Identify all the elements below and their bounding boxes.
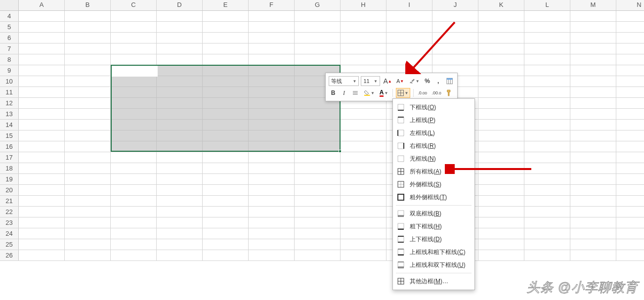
cell[interactable] — [157, 120, 203, 130]
cell[interactable] — [570, 130, 616, 141]
cell[interactable] — [19, 174, 65, 184]
cell[interactable] — [111, 217, 157, 228]
cell[interactable] — [19, 217, 65, 228]
cell[interactable] — [432, 54, 478, 65]
cell[interactable] — [65, 33, 111, 43]
italic-button[interactable]: I — [340, 88, 348, 98]
column-header[interactable]: L — [524, 0, 570, 10]
cell[interactable] — [203, 196, 249, 206]
cell[interactable] — [157, 43, 203, 54]
column-header[interactable]: N — [616, 0, 644, 10]
cell[interactable] — [570, 22, 616, 32]
cell[interactable] — [432, 22, 478, 32]
cell[interactable] — [478, 11, 524, 21]
cell[interactable] — [111, 196, 157, 206]
cell[interactable] — [616, 141, 644, 152]
border-menu-item[interactable]: 粗下框线(H) — [393, 220, 474, 233]
cell[interactable] — [616, 54, 644, 65]
cell[interactable] — [19, 130, 65, 141]
cell[interactable] — [249, 239, 295, 250]
cell[interactable] — [111, 87, 157, 97]
cell[interactable] — [65, 239, 111, 250]
row-header[interactable]: 14 — [0, 120, 19, 130]
cell[interactable] — [65, 87, 111, 97]
cell[interactable] — [616, 239, 644, 250]
cell[interactable] — [111, 163, 157, 173]
cell[interactable] — [19, 33, 65, 43]
cell[interactable] — [341, 11, 386, 21]
border-menu-item[interactable]: 上框线和双下框线(U) — [393, 258, 474, 271]
row-header[interactable]: 13 — [0, 109, 19, 119]
cell[interactable] — [203, 98, 249, 108]
row-header[interactable]: 25 — [0, 239, 19, 250]
cell[interactable] — [386, 33, 432, 43]
cell[interactable] — [478, 120, 524, 130]
cell[interactable] — [111, 228, 157, 239]
column-header[interactable]: B — [65, 0, 111, 10]
column-header[interactable]: M — [570, 0, 616, 10]
cell[interactable] — [295, 207, 341, 217]
cell[interactable] — [203, 185, 249, 195]
cell[interactable] — [157, 217, 203, 228]
border-menu-item[interactable]: 左框线(L) — [393, 127, 474, 139]
cell[interactable] — [203, 76, 249, 86]
font-name-select[interactable]: 等线 ▼ — [329, 76, 359, 86]
cell[interactable] — [524, 239, 570, 250]
cell[interactable] — [570, 141, 616, 152]
cell[interactable] — [295, 152, 341, 163]
cell[interactable] — [295, 43, 341, 54]
cell[interactable] — [203, 152, 249, 163]
cell[interactable] — [478, 130, 524, 141]
cell[interactable] — [570, 43, 616, 54]
select-all-corner[interactable] — [0, 0, 19, 10]
cell[interactable] — [570, 65, 616, 76]
font-color-button[interactable]: A ▼ — [378, 88, 389, 98]
cell[interactable] — [616, 196, 644, 206]
cell[interactable] — [432, 43, 478, 54]
column-header[interactable]: H — [341, 0, 386, 10]
cell[interactable] — [341, 174, 386, 184]
cell[interactable] — [249, 163, 295, 173]
cell[interactable] — [570, 76, 616, 86]
cell[interactable] — [157, 54, 203, 65]
cell[interactable] — [524, 33, 570, 43]
cell[interactable] — [295, 250, 341, 260]
cell[interactable] — [111, 65, 157, 76]
cell[interactable] — [203, 11, 249, 21]
cell[interactable] — [478, 196, 524, 206]
cell[interactable] — [570, 185, 616, 195]
cell[interactable] — [570, 239, 616, 250]
border-menu-item[interactable]: 其他边框(M)… — [393, 275, 474, 288]
cell[interactable] — [616, 207, 644, 217]
row-header[interactable]: 21 — [0, 196, 19, 206]
cell[interactable] — [616, 163, 644, 173]
cell[interactable] — [478, 174, 524, 184]
cell[interactable] — [524, 174, 570, 184]
cell[interactable] — [19, 22, 65, 32]
row-header[interactable]: 9 — [0, 65, 19, 76]
cell[interactable] — [157, 163, 203, 173]
border-menu-item[interactable]: 右框线(R) — [393, 139, 474, 152]
cell[interactable] — [341, 239, 386, 250]
cell[interactable] — [65, 120, 111, 130]
cell[interactable] — [203, 22, 249, 32]
cell[interactable] — [295, 54, 341, 65]
cell[interactable] — [478, 65, 524, 76]
cell[interactable] — [386, 22, 432, 32]
row-header[interactable]: 12 — [0, 98, 19, 108]
cell[interactable] — [524, 228, 570, 239]
cell[interactable] — [616, 120, 644, 130]
cell[interactable] — [295, 163, 341, 173]
cell[interactable] — [19, 163, 65, 173]
cell[interactable] — [341, 33, 386, 43]
cell[interactable] — [295, 22, 341, 32]
cell[interactable] — [65, 152, 111, 163]
align-button[interactable] — [350, 88, 360, 98]
cell[interactable] — [203, 43, 249, 54]
cell[interactable] — [524, 76, 570, 86]
cell[interactable] — [295, 228, 341, 239]
cell[interactable] — [524, 196, 570, 206]
cell[interactable] — [249, 98, 295, 108]
cell[interactable] — [65, 185, 111, 195]
increase-decimal-button[interactable]: .0.00 — [416, 88, 428, 98]
